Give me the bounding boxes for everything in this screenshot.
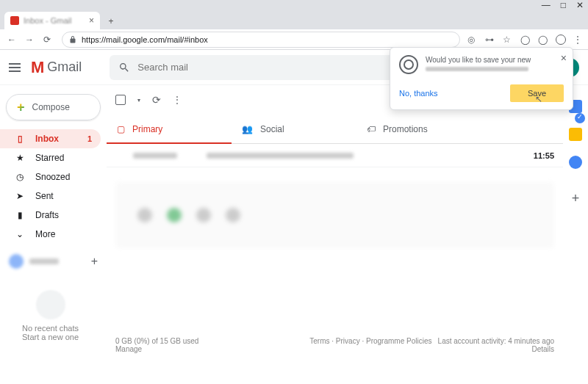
hangouts-empty-state: No recent chats Start a new one: [22, 290, 79, 341]
footer-links[interactable]: Terms · Privacy · Programme Policies: [243, 337, 437, 353]
sidebar-item-drafts[interactable]: ▮ Drafts: [0, 206, 101, 225]
back-button[interactable]: ←: [4, 32, 19, 47]
contact-avatar: [9, 254, 24, 269]
cursor-icon: ↖: [535, 94, 542, 104]
subject-redacted: [207, 153, 354, 159]
mail-row[interactable]: 11:55: [107, 144, 563, 167]
sidebar-item-label: Inbox: [35, 134, 59, 144]
file-icon: ▮: [15, 210, 25, 220]
inbox-icon: ▯: [15, 134, 25, 144]
tab-social[interactable]: 👥 Social: [232, 115, 356, 143]
save-password-popup: × Would you like to save your new No, th…: [390, 47, 573, 110]
category-tabs: ▢ Primary 👥 Social 🏷 Promotions: [107, 115, 563, 144]
password-manager-icon: [399, 55, 418, 74]
manage-storage-link[interactable]: Manage: [115, 345, 243, 353]
sender-redacted: [133, 153, 177, 159]
clock-icon: ◷: [15, 172, 25, 182]
lock-icon: [68, 35, 77, 44]
footer: 0 GB (0%) of 15 GB used Manage Terms · P…: [115, 337, 554, 353]
search-icon: [118, 62, 130, 73]
send-icon: ➤: [15, 191, 25, 201]
browser-tabstrip: Inbox - Gmail × +: [0, 10, 588, 29]
sidebar-item-label: Sent: [35, 191, 54, 201]
popup-prompt-text: Would you like to save your new: [426, 55, 531, 65]
gmail-m-icon: M: [31, 58, 44, 77]
tab-title: Inbox - Gmail: [24, 16, 89, 25]
minimize-button[interactable]: —: [542, 0, 551, 10]
url-text: https://mail.google.com/mail/#inbox: [82, 35, 208, 44]
sidebar-item-label: Snoozed: [35, 172, 70, 182]
tab-promotions[interactable]: 🏷 Promotions: [356, 115, 481, 143]
main-menu-icon[interactable]: [9, 60, 24, 75]
tab-primary[interactable]: ▢ Primary: [107, 115, 232, 143]
hangouts-contact-row[interactable]: +: [0, 250, 107, 273]
extension-icon[interactable]: ◯: [520, 35, 531, 45]
tasks-icon[interactable]: [569, 156, 582, 169]
side-panel: +: [563, 85, 588, 384]
new-tab-button[interactable]: +: [103, 13, 119, 29]
more-actions-icon[interactable]: ⋮: [173, 95, 182, 105]
profile-icon[interactable]: [556, 35, 566, 45]
maximize-button[interactable]: □: [561, 0, 566, 10]
keep-icon[interactable]: [569, 128, 582, 141]
star-icon: ★: [15, 153, 25, 163]
star-icon[interactable]: ☆: [503, 35, 513, 45]
primary-icon: ▢: [117, 124, 125, 134]
close-popup-icon[interactable]: ×: [561, 52, 567, 64]
search-box[interactable]: ▾: [110, 55, 404, 80]
close-window-button[interactable]: ✕: [576, 0, 584, 10]
new-chat-icon[interactable]: +: [91, 255, 98, 268]
hangouts-line2[interactable]: Start a new one: [22, 333, 79, 341]
popup-detail-redacted: [426, 67, 528, 71]
select-all-checkbox[interactable]: [115, 95, 126, 105]
sidebar-item-label: More: [35, 229, 55, 239]
extension-icon[interactable]: ◯: [538, 35, 548, 45]
activity-text: Last account activity: 4 minutes ago: [438, 337, 554, 345]
reload-button[interactable]: ⟳: [40, 32, 54, 47]
key-icon[interactable]: ⊶: [485, 35, 495, 45]
sidebar-item-label: Drafts: [35, 210, 59, 220]
gmail-wordmark: Gmail: [47, 59, 82, 75]
no-thanks-button[interactable]: No, thanks: [399, 89, 438, 98]
tab-label: Promotions: [383, 124, 428, 134]
hangouts-icon: [36, 290, 65, 319]
hangouts-line1: No recent chats: [22, 324, 79, 333]
plus-icon: +: [17, 100, 25, 115]
compose-button[interactable]: + Compose: [6, 94, 101, 120]
address-bar[interactable]: https://mail.google.com/mail/#inbox: [62, 32, 460, 48]
search-input[interactable]: [137, 62, 383, 73]
contact-name-redacted: [29, 258, 59, 264]
storage-text: 0 GB (0%) of 15 GB used: [115, 337, 243, 345]
content-area: ▾ ⟳ ⋮ ▢ Primary 👥 Social 🏷 Promotions 11…: [107, 85, 563, 384]
close-tab-icon[interactable]: ×: [89, 15, 94, 26]
compose-label: Compose: [32, 102, 70, 112]
tab-label: Social: [260, 124, 284, 134]
verified-badge-icon: [575, 113, 585, 123]
sidebar-item-snoozed[interactable]: ◷ Snoozed: [0, 167, 101, 186]
gmail-logo[interactable]: M Gmail: [31, 58, 82, 77]
sidebar-item-label: Starred: [35, 153, 64, 163]
select-dropdown-icon[interactable]: ▾: [137, 97, 140, 104]
details-link[interactable]: Details: [438, 345, 554, 353]
sidebar-item-more[interactable]: ⌄ More: [0, 225, 101, 244]
browser-extension-icons: ◎ ⊶ ☆ ◯ ◯ ⋮: [467, 35, 584, 45]
chevron-down-icon: ⌄: [15, 229, 25, 239]
sidebar-item-sent[interactable]: ➤ Sent: [0, 186, 101, 206]
gmail-favicon: [10, 16, 19, 25]
mail-time: 11:55: [534, 151, 554, 160]
sidebar-item-starred[interactable]: ★ Starred: [0, 148, 101, 167]
window-titlebar: — □ ✕: [0, 0, 588, 10]
browser-menu-icon[interactable]: ⋮: [573, 35, 584, 45]
get-addons-icon[interactable]: +: [572, 191, 580, 206]
browser-tab[interactable]: Inbox - Gmail ×: [4, 12, 100, 29]
promotions-icon: 🏷: [367, 124, 376, 134]
sidebar-item-inbox[interactable]: ▯ Inbox 1: [0, 129, 101, 148]
getting-started-card[interactable]: [115, 182, 554, 248]
refresh-button[interactable]: ⟳: [152, 94, 161, 106]
extension-icon[interactable]: ◎: [467, 35, 478, 45]
forward-button[interactable]: →: [22, 32, 37, 47]
tab-label: Primary: [132, 124, 162, 134]
inbox-count: 1: [87, 134, 92, 143]
social-icon: 👥: [242, 124, 253, 134]
